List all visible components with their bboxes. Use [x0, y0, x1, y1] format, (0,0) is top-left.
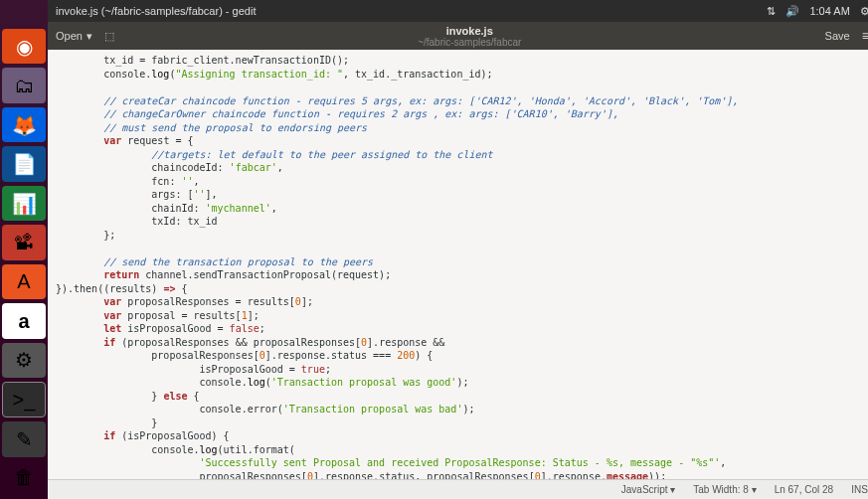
document-filename: invoke.js — [126, 25, 813, 37]
firefox-icon[interactable]: 🦊 — [2, 107, 46, 142]
sound-icon[interactable]: 🔊 — [785, 5, 799, 18]
gedit-toolbar: Open ▾ ⬚ invoke.js ~/fabric-samples/fabc… — [48, 22, 868, 50]
chevron-down-icon: ▾ — [87, 30, 92, 43]
insert-mode[interactable]: INS — [851, 484, 868, 495]
writer-icon[interactable]: 📄 — [2, 146, 46, 181]
main-window: invoke.js (~/fabric-samples/fabcar) - ge… — [48, 0, 868, 499]
window-title: invoke.js (~/fabric-samples/fabcar) - ge… — [56, 5, 767, 17]
unity-launcher: ◉ 🗂 🦊 📄 📊 📽 A a ⚙ >_ ✎ 🗑 — [0, 0, 48, 499]
network-icon[interactable]: ⇅ — [767, 5, 776, 18]
settings-icon[interactable]: ⚙ — [2, 343, 46, 378]
impress-icon[interactable]: 📽 — [2, 225, 46, 259]
system-gear-icon[interactable]: ⚙ — [860, 5, 868, 18]
terminal-icon[interactable]: >_ — [2, 382, 46, 417]
clock[interactable]: 1:04 AM — [809, 5, 849, 17]
hamburger-menu-icon[interactable]: ≡ — [862, 28, 868, 44]
files-icon[interactable]: 🗂 — [2, 68, 46, 102]
document-title-area: invoke.js ~/fabric-samples/fabcar — [126, 25, 813, 48]
amazon-icon[interactable]: a — [2, 303, 46, 338]
chevron-down-icon: ▾ — [752, 484, 757, 495]
dash-icon[interactable]: ◉ — [2, 29, 46, 64]
gedit-icon[interactable]: ✎ — [2, 421, 46, 456]
trash-icon[interactable]: 🗑 — [2, 460, 46, 495]
software-icon[interactable]: A — [2, 264, 46, 299]
cursor-position: Ln 67, Col 28 — [775, 484, 834, 495]
language-selector[interactable]: JavaScript ▾ — [621, 484, 675, 495]
chevron-down-icon: ▾ — [670, 484, 675, 495]
new-doc-icon: ⬚ — [104, 30, 114, 43]
top-panel: invoke.js (~/fabric-samples/fabcar) - ge… — [48, 0, 868, 22]
save-button[interactable]: Save — [825, 30, 850, 42]
tab-width-selector[interactable]: Tab Width: 8 ▾ — [693, 484, 756, 495]
calc-icon[interactable]: 📊 — [2, 186, 46, 221]
document-path: ~/fabric-samples/fabcar — [126, 37, 813, 48]
new-document-button[interactable]: ⬚ — [104, 30, 114, 43]
editor-area[interactable]: tx_id = fabric_client.newTransactionID()… — [48, 50, 868, 479]
statusbar: JavaScript ▾ Tab Width: 8 ▾ Ln 67, Col 2… — [48, 479, 868, 499]
open-button[interactable]: Open ▾ — [56, 30, 92, 43]
